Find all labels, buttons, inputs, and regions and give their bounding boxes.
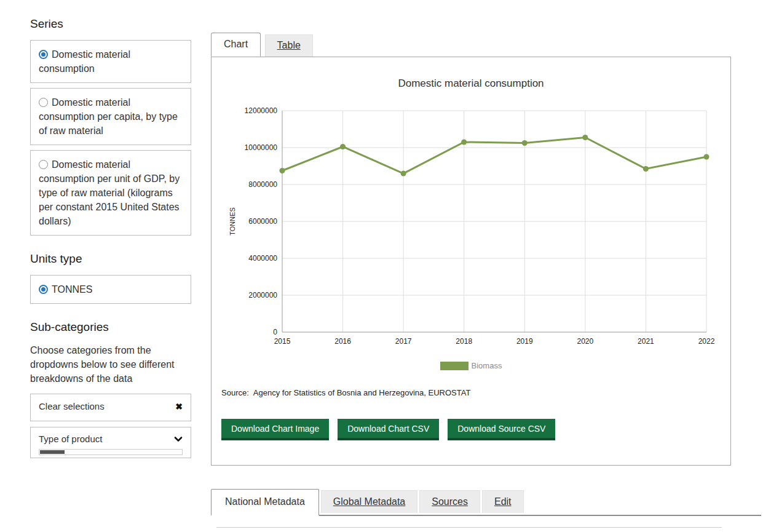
chart-svg: 0200000040000006000000800000010000000120… xyxy=(212,106,732,352)
radio-unselected-icon[interactable] xyxy=(39,160,48,169)
subcategories-help-text: Choose categories from the dropdowns bel… xyxy=(30,343,191,386)
chart-title: Domestic material consumption xyxy=(212,77,730,90)
chart-legend: Biomass xyxy=(212,361,730,370)
svg-text:TONNES: TONNES xyxy=(229,207,236,236)
radio-selected-icon[interactable] xyxy=(39,285,48,294)
radio-selected-icon[interactable] xyxy=(39,50,48,59)
clear-x-icon[interactable]: ✖ xyxy=(175,401,183,412)
tab-table[interactable]: Table xyxy=(265,34,313,57)
svg-text:2000000: 2000000 xyxy=(248,291,277,300)
tab-sources[interactable]: Sources xyxy=(419,490,480,513)
dropdown-horizontal-scrollbar[interactable] xyxy=(39,449,183,455)
svg-text:2016: 2016 xyxy=(334,337,351,346)
tab-national-metadata[interactable]: National Metadata xyxy=(211,489,319,516)
download-source-csv-button[interactable]: Download Source CSV xyxy=(448,419,555,440)
legend-label: Biomass xyxy=(472,361,502,370)
metadata-divider xyxy=(216,527,722,528)
chart-area: Chart Table Domestic material consumptio… xyxy=(211,33,731,466)
legend-swatch-biomass xyxy=(440,362,468,370)
chart-table-tabs: Chart Table xyxy=(211,33,731,57)
source-label: Source: xyxy=(221,388,249,397)
radio-unselected-icon[interactable] xyxy=(39,98,48,107)
units-heading: Units type xyxy=(30,252,191,266)
series-heading: Series xyxy=(30,17,191,31)
type-of-product-dropdown[interactable]: Type of product xyxy=(30,427,191,458)
tab-chart[interactable]: Chart xyxy=(211,33,261,57)
svg-text:12000000: 12000000 xyxy=(245,106,278,115)
series-option-dmc[interactable]: Domestic material consumption xyxy=(30,40,191,83)
svg-text:8000000: 8000000 xyxy=(248,180,277,189)
series-option-dmc-per-gdp[interactable]: Domestic material consumption per unit o… xyxy=(30,150,191,236)
svg-text:2022: 2022 xyxy=(698,337,715,346)
source-line: Source:Agency for Statistics of Bosnia a… xyxy=(221,388,470,397)
svg-text:10000000: 10000000 xyxy=(245,143,278,152)
metadata-tabs: National Metadata Global Metadata Source… xyxy=(211,489,761,516)
svg-text:6000000: 6000000 xyxy=(248,217,277,226)
metadata-section: National Metadata Global Metadata Source… xyxy=(211,489,761,516)
download-buttons-row: Download Chart Image Download Chart CSV … xyxy=(221,419,555,440)
units-option-label: TONNES xyxy=(52,284,92,295)
download-chart-csv-button[interactable]: Download Chart CSV xyxy=(338,419,439,440)
clear-selections-button[interactable]: Clear selections ✖ xyxy=(30,394,191,421)
svg-text:0: 0 xyxy=(273,328,277,336)
chart-panel: Domestic material consumption 0200000040… xyxy=(211,57,731,466)
svg-text:2017: 2017 xyxy=(395,337,412,346)
svg-text:2019: 2019 xyxy=(516,337,533,346)
subcategories-heading: Sub-categories xyxy=(30,320,191,334)
scrollbar-thumb[interactable] xyxy=(40,450,65,454)
svg-text:2021: 2021 xyxy=(638,337,654,346)
svg-text:2020: 2020 xyxy=(577,337,594,346)
series-option-dmc-per-capita[interactable]: Domestic material consumption per capita… xyxy=(30,88,191,145)
dropdown-label: Type of product xyxy=(39,434,102,444)
units-option-tonnes[interactable]: TONNES xyxy=(30,275,191,304)
chevron-down-icon xyxy=(174,435,183,443)
clear-selections-label: Clear selections xyxy=(39,401,105,411)
series-option-label: Domestic material consumption per capita… xyxy=(39,97,178,136)
series-option-label: Domestic material consumption per unit o… xyxy=(39,159,180,226)
download-chart-image-button[interactable]: Download Chart Image xyxy=(221,419,329,440)
source-value: Agency for Statistics of Bosnia and Herz… xyxy=(253,388,471,397)
svg-text:2018: 2018 xyxy=(456,337,472,346)
svg-text:4000000: 4000000 xyxy=(248,254,277,263)
tab-edit[interactable]: Edit xyxy=(482,490,524,513)
svg-text:2015: 2015 xyxy=(274,337,291,346)
filters-sidebar: Series Domestic material consumption Dom… xyxy=(30,17,191,458)
series-option-label: Domestic material consumption xyxy=(39,49,130,74)
tab-global-metadata[interactable]: Global Metadata xyxy=(321,490,417,513)
